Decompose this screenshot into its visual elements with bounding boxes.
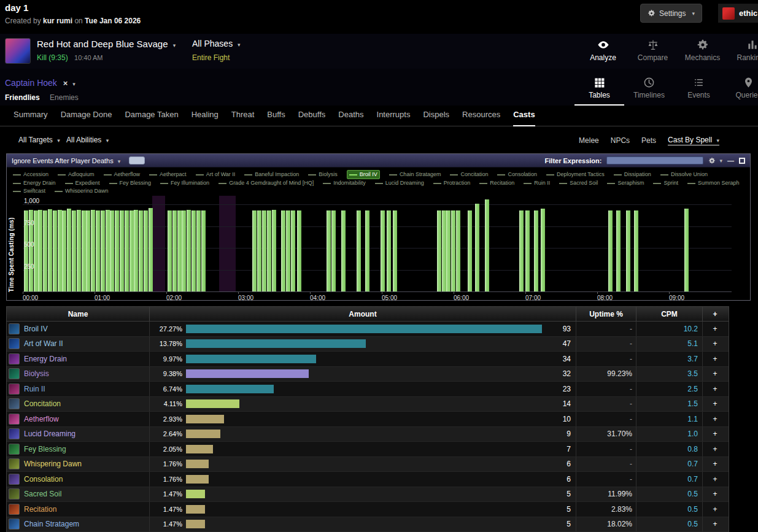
legend-item[interactable]: Broil IV — [347, 170, 380, 179]
legend-item[interactable]: Fey Illumination — [160, 179, 209, 187]
close-icon[interactable]: × — [63, 79, 68, 88]
tab-healing[interactable]: Healing — [191, 110, 219, 126]
tab-debuffs[interactable]: Debuffs — [298, 110, 326, 126]
tab-summary[interactable]: Summary — [14, 110, 48, 126]
expand-row-button[interactable]: + — [713, 415, 717, 423]
expand-row-button[interactable]: + — [713, 505, 717, 514]
expand-row-button[interactable]: + — [713, 385, 717, 393]
ignore-deaths-toggle[interactable] — [129, 156, 145, 164]
spell-link[interactable]: Concitation — [24, 399, 61, 408]
legend-item[interactable]: Aetherflow — [104, 170, 141, 179]
view-tab-mechanics[interactable]: Mechanics — [678, 37, 727, 62]
spell-link[interactable]: Ruin II — [24, 385, 45, 393]
expand-row-button[interactable]: + — [713, 399, 717, 408]
expand-row-button[interactable]: + — [713, 490, 717, 498]
spell-link[interactable]: Aetherflow — [24, 415, 59, 423]
user-menu-button[interactable]: ethic — [718, 4, 758, 23]
legend-item[interactable]: Lucid Dreaming — [375, 179, 424, 187]
player-select[interactable]: Captain Hoek × ▾ — [5, 78, 75, 88]
spell-link[interactable]: Art of War II — [24, 339, 63, 348]
legend-item[interactable]: Whispering Dawn — [55, 187, 109, 193]
tab-deaths[interactable]: Deaths — [338, 110, 363, 126]
legend-item[interactable]: Art of War II — [196, 170, 236, 179]
abilities-dropdown[interactable]: All Abilities ▾ — [66, 136, 109, 144]
data-tab-queries[interactable]: Queries — [724, 74, 758, 106]
legend-item[interactable]: Seraphism — [607, 179, 644, 187]
legend-item[interactable]: Baneful Impaction — [244, 170, 299, 179]
enemies-toggle[interactable]: Enemies — [50, 93, 79, 102]
cast-by-spell-dropdown[interactable]: Cast By Spell ▾ — [668, 136, 719, 145]
maximize-button[interactable] — [739, 158, 745, 164]
melee-filter[interactable]: Melee — [579, 136, 599, 145]
spell-link[interactable]: Sacred Soil — [24, 490, 61, 498]
view-tab-analyze[interactable]: Analyze — [578, 37, 628, 62]
spell-link[interactable]: Consolation — [24, 475, 63, 484]
column-header-name[interactable]: Name — [7, 307, 150, 321]
legend-item[interactable]: Concitation — [450, 170, 488, 179]
tab-threat[interactable]: Threat — [231, 110, 255, 126]
legend-item[interactable]: Chain Stratagem — [389, 170, 441, 179]
legend-item[interactable]: Summon Seraph — [687, 179, 740, 187]
tab-damage-taken[interactable]: Damage Taken — [125, 110, 178, 126]
expand-row-button[interactable]: + — [713, 369, 717, 378]
legend-item[interactable]: Ruin II — [524, 179, 550, 187]
legend-item[interactable]: Dissipation — [614, 170, 651, 179]
friendlies-toggle[interactable]: Friendlies — [5, 93, 40, 102]
tab-buffs[interactable]: Buffs — [267, 110, 285, 126]
expand-row-button[interactable]: + — [713, 430, 717, 438]
expand-row-button[interactable]: + — [713, 339, 717, 348]
column-header-amount[interactable]: Amount — [150, 307, 576, 321]
data-tab-events[interactable]: Events — [674, 74, 724, 106]
fight-select[interactable]: Red Hot and Deep Blue Savage ▾ — [37, 39, 176, 49]
spell-link[interactable]: Lucid Dreaming — [24, 430, 75, 438]
view-tab-compare[interactable]: Compare — [628, 37, 678, 62]
legend-item[interactable]: Recitation — [479, 179, 514, 187]
minimize-button[interactable]: — — [727, 157, 734, 164]
expand-row-button[interactable]: + — [713, 445, 717, 453]
legend-item[interactable]: Fey Blessing — [109, 179, 152, 187]
legend-item[interactable]: Adloquium — [58, 170, 95, 179]
spell-link[interactable]: Recitation — [24, 505, 56, 514]
kill-link[interactable]: Kill (9:35) — [37, 53, 68, 62]
legend-item[interactable]: Sprint — [653, 179, 678, 187]
legend-item[interactable]: Aetherpact — [149, 170, 187, 179]
settings-button[interactable]: Settings ▾ — [640, 4, 702, 23]
legend-item[interactable]: Biolysis — [308, 170, 338, 179]
expand-row-button[interactable]: + — [713, 355, 717, 363]
legend-item[interactable]: Dissolve Union — [660, 170, 708, 179]
view-tab-rankings[interactable]: Rankings — [727, 37, 758, 62]
tab-resources[interactable]: Resources — [462, 110, 500, 126]
legend-item[interactable]: Accession — [13, 170, 48, 179]
expand-row-button[interactable]: + — [713, 325, 717, 333]
legend-item[interactable]: Swiftcast — [13, 187, 45, 193]
spell-link[interactable]: Fey Blessing — [24, 445, 66, 453]
spell-link[interactable]: Whispering Dawn — [24, 460, 82, 468]
filter-expression-input[interactable] — [606, 156, 703, 164]
tab-dispels[interactable]: Dispels — [423, 110, 449, 126]
legend-item[interactable]: Deployment Tactics — [546, 170, 605, 179]
legend-item[interactable]: Energy Drain — [13, 179, 56, 187]
expand-row-button[interactable]: + — [713, 475, 717, 484]
spell-link[interactable]: Chain Stratagem — [24, 520, 79, 528]
legend-item[interactable]: Protraction — [433, 179, 471, 187]
legend-item[interactable]: Expedient — [65, 179, 100, 187]
ignore-deaths-dropdown[interactable]: Ignore Events After Player Deaths ▾ — [12, 157, 120, 164]
legend-item[interactable]: Indomitability — [323, 179, 366, 187]
pets-filter[interactable]: Pets — [641, 136, 656, 145]
spell-link[interactable]: Broil IV — [24, 325, 48, 333]
legend-item[interactable]: Sacred Soil — [559, 179, 598, 187]
phase-select[interactable]: All Phases ▾ — [192, 39, 241, 48]
tab-casts[interactable]: Casts — [513, 110, 535, 126]
legend-item[interactable]: Grade 4 Gemdraught of Mind [HQ] — [219, 179, 314, 187]
column-header-expand[interactable]: + — [703, 307, 727, 321]
expand-row-button[interactable]: + — [713, 460, 717, 468]
spell-link[interactable]: Energy Drain — [24, 355, 67, 363]
npcs-filter[interactable]: NPCs — [611, 136, 630, 145]
expand-row-button[interactable]: + — [713, 520, 717, 528]
legend-item[interactable]: Consolation — [497, 170, 537, 179]
column-header-uptime[interactable]: Uptime % — [576, 307, 636, 321]
column-header-cpm[interactable]: CPM — [636, 307, 703, 321]
spell-link[interactable]: Biolysis — [24, 369, 49, 378]
tab-interrupts[interactable]: Interrupts — [377, 110, 411, 126]
data-tab-timelines[interactable]: Timelines — [624, 74, 674, 106]
